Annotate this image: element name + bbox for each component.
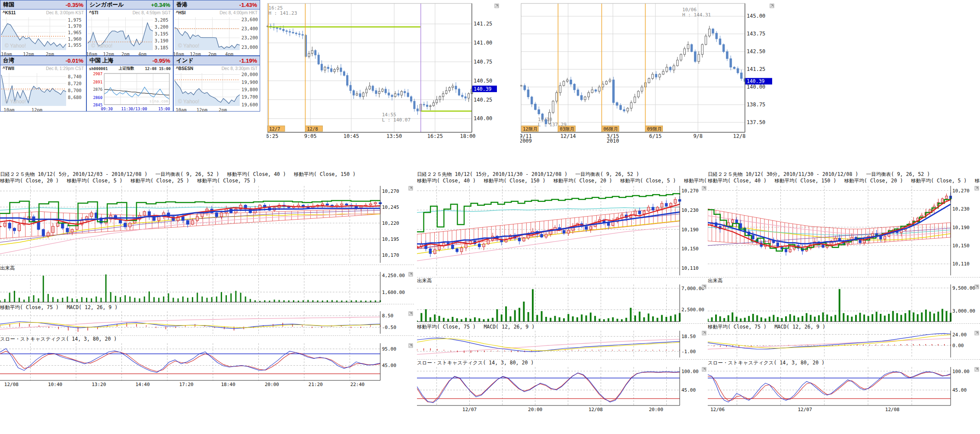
y-tick-label: 23,200 [242,35,258,41]
market-panel-singapore[interactable]: シンガポール +0.34% ^STI Dec 8, 4:59pm SGT 3,2… [86,0,173,56]
watermark: © Yahoo! [178,99,199,105]
y-tick-label: 23,400 [242,26,258,31]
market-name: 香港 [176,1,188,9]
stochastics-panel-label: スロー・ストキャスティクス( 14, 3, 80, 20 ) [708,359,980,366]
x-tick-label: 13:50 [386,133,402,139]
market-panel-hongkong[interactable]: 香港 -1.43% ^HSI Dec 8, 4:00pm HKT 23,6002… [173,0,260,56]
y-tick-label: 3,200 [155,24,169,29]
chart-subtitle: 移動平均( Close, 40 ) 移動平均( Close, 150 ) 移動平… [417,178,707,184]
y-tick-label: 8,680 [68,95,82,100]
b_sto-svg: 100.0045.0012/0720:0012/0820:00 [417,366,707,418]
market-header: 台湾 -0.01% [0,56,86,65]
x-tick-label: 20:00 [649,407,663,412]
market-name: シンガポール [89,1,124,9]
market-symbol: ^KS11 [3,10,16,15]
market-panel-korea[interactable]: 韓国 -0.35% ^KS11 Dec 8, 3:00pm KST 1,9751… [0,0,86,56]
x-tick-label: 20:00 [528,407,542,412]
market-name: 韓国 [3,1,14,9]
x-tick-label: 12pm [190,51,201,56]
volume-panel: 7,000.002,500.00 [417,284,707,323]
market-header: 香港 -1.43% [174,0,260,10]
market-panel-shanghai[interactable]: 中国 上海 -0.95% sh000001 上证指数 12-08 15:00 2… [86,56,173,112]
chart-title: 日経２２５先物 10/12( 5分, 2010/12/03 - 2010/12/… [0,171,414,178]
x-tick-label: 10:40 [48,382,62,387]
y-tick-label: 45.00 [382,363,396,368]
chart-title: 日経２２５先物 10/12( 15分, 2010/11/30 - 2010/12… [417,171,707,178]
y-tick-label: 23,600 [242,17,258,22]
y-tick-label: 2860 [93,96,102,100]
y-tick-label: 10,270 [382,188,399,194]
market-header: インド -1.19% [174,56,260,65]
y-tick-label: 10,230 [681,207,699,213]
market-timestamp: Dec 8, 3:00pm KST [46,10,84,15]
y-tick-label: 140.00 [747,84,765,90]
x-tick-label: 11:30/13:00 [121,107,147,111]
market-header: 韓国 -0.35% [0,0,86,10]
chart-annotation: H : 144.31 [682,12,711,18]
market-change-badge: -1.43% [239,2,257,8]
c_vol-svg: 9,500.003,000.00 [708,284,980,323]
y-tick-label: 145.00 [747,13,765,19]
market-timestamp: Dec 8, 1:29pm CST [46,66,84,71]
x-tick-label: 10am [175,107,186,112]
y-tick-label: 10,150 [952,243,970,249]
x-tick-label: 10am [87,51,97,56]
c_sto-svg: 100.0045.0012/0612/0712/08 [708,366,980,418]
x-tick-label: 12pm [197,107,207,112]
c_macd-svg: 24.000.00 [708,330,980,359]
last-price-label: 140.39 [474,86,492,92]
market-name: 台湾 [3,57,14,64]
market-panel-india[interactable]: インド -1.19% ^BSESN Dec 8, 3:30pm IST 20,0… [173,56,260,112]
x-tick-label: 10:45 [344,133,359,139]
y-tick-label: 138.75 [747,102,765,108]
singapore-mini-chart: 3,2053,2003,1953,1903,18510am12pm2pm4pm©… [87,16,173,56]
macd-panel: 24.000.00 [708,330,980,359]
market-header: 中国 上海 -0.95% [87,56,173,65]
y-tick-label: 3,190 [155,38,169,43]
price-panel: 10,27010,24510,22010,19510,170 [0,184,414,265]
y-tick-label: 2876 [93,87,102,92]
watermark: © Yahoo! [5,43,26,49]
date-badge-label: 12/8 [307,126,318,131]
y-tick-label: 1,965 [68,30,82,35]
stochastics-panel: 100.0045.0012/0612/0712/08 [708,366,980,418]
y-tick-label: 45.00 [681,387,696,393]
x-tick-label: 12pm [23,51,34,56]
x-tick-label: 12/08 [885,407,900,412]
sti-svg: 3,2053,2003,1953,1903,18510am12pm2pm4pm©… [87,16,173,56]
y-tick-label: 142.50 [747,48,765,54]
a_macd-svg: 8.50-0.50 [0,310,414,335]
x-tick-label: 2pm [208,51,216,56]
x-tick-label: 09:30 [101,107,113,111]
y-tick-label: 8,700 [68,88,82,93]
y-tick-label: 45.00 [952,387,967,393]
volume-panel: 4,250.001,600.00 [0,271,414,304]
macd-panel: 18.50-1.00 [417,330,707,359]
y-tick-label: 140.25 [474,97,492,103]
market-subheader: ^TWII Dec 8, 1:29pm CST [0,65,86,72]
market-subheader: ^HSI Dec 8, 4:00pm HKT [174,10,260,16]
y-tick-label: 143.75 [747,31,765,37]
market-symbol: ^HSI [176,10,186,15]
x-tick-label: 12/08 [589,407,603,412]
date-badge-label: 09限月 [647,126,662,131]
x-tick-label: 10am [1,51,12,56]
x-tick-label: 12/07 [462,407,477,412]
market-subheader: ^STI Dec 8, 4:59pm SGT [87,10,173,16]
x-tick-label: 12/06 [710,407,725,412]
y-tick-label: 20,000 [242,72,258,77]
b_vol-svg: 7,000.002,500.00 [417,284,707,323]
x-tick-label: 10am [174,51,184,56]
x-tick-label: 16:25 [427,133,443,139]
x-tick-label: 12/08 [4,382,19,387]
hongkong-mini-chart: 23,60023,40023,20023,00010am12pm2pm4pm© … [174,16,260,56]
date-badge-label: 12/7 [269,126,280,131]
stochastics-panel-label: スロー・ストキャスティクス( 14, 3, 80, 20 ) [417,359,707,366]
y-tick-label: 2891 [93,80,102,84]
shanghai-mini-chart: 2907289128762860284509:3011:30/13:0015:0… [87,72,173,112]
market-panel-taiwan[interactable]: 台湾 -0.01% ^TWII Dec 8, 1:29pm CST 8,7408… [0,56,86,112]
y-tick-label: 19,700 [242,94,258,99]
y-tick-label: 8,740 [68,74,82,79]
price-panel: 10,27010,23010,19010,15010,110 [708,184,980,277]
market-change-badge: +0.34% [151,2,170,8]
